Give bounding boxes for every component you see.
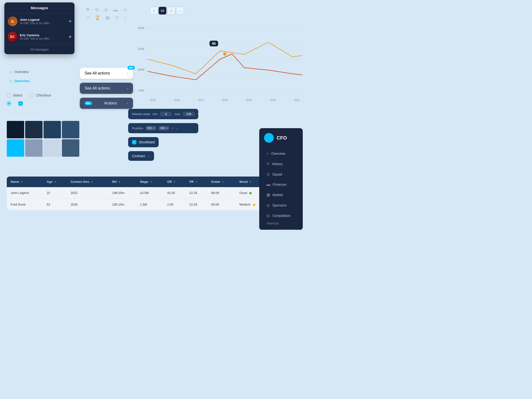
position-tag-2[interactable]: CM ✕ — [159, 126, 169, 130]
trophy-icon[interactable]: 🏆 — [95, 15, 100, 20]
form-controls-row: Select Checkbox ✓ — [7, 93, 67, 106]
card-icon[interactable]: ▬ — [113, 7, 118, 13]
gear-icon-2[interactable]: ⚙ — [104, 7, 108, 13]
radio-checkbox-checked-row: ✓ — [7, 101, 67, 106]
checkbox-checked-label[interactable]: ✓ — [18, 101, 23, 106]
position-tag-1-value: CM — [147, 126, 152, 130]
home-icon-top[interactable]: ⌂ — [124, 15, 126, 20]
cfo-nav-squad[interactable]: ◎ Squad — [264, 170, 298, 178]
history-icon-2[interactable]: ↺ — [115, 15, 118, 20]
cell-age-john: 22 — [43, 187, 67, 199]
checkbox-checked[interactable]: ✓ — [18, 101, 23, 106]
col-contact[interactable]: Contact thru ⇕ — [67, 177, 108, 187]
position-tag-2-value: CM — [160, 126, 165, 130]
cfo-history-icon: ↻ — [266, 162, 270, 166]
x-label-2018: 2018 — [222, 99, 228, 102]
col-name[interactable]: Name ⇕ — [7, 177, 43, 187]
message-item-eric[interactable]: EC Eric Cantona Hi GM! This is my offer.… — [4, 29, 74, 44]
col-or[interactable]: OR ⇕ — [163, 177, 185, 187]
position-tag-1-remove[interactable]: ✕ — [153, 127, 155, 130]
cell-or-fred: 2.00 — [163, 199, 185, 210]
all-messages-link[interactable]: All messages — [4, 44, 74, 54]
swatch-3[interactable] — [44, 121, 61, 138]
col-grade[interactable]: Grade ⇕ — [207, 177, 236, 187]
swatch-5[interactable] — [7, 139, 24, 157]
page-next-btn[interactable]: ⟩ — [167, 7, 175, 15]
avatar-john: JL — [8, 16, 17, 26]
icon-row-1: ⚑ ⚙ ⚙ ▬ ↺ — [86, 7, 127, 13]
flag-icon[interactable]: ⚑ — [86, 7, 90, 13]
col-mv[interactable]: MV ⇕ — [108, 177, 136, 187]
message-dot-john — [69, 20, 71, 22]
checkbox-label[interactable]: Checkbox — [30, 93, 51, 97]
page-99-btn[interactable]: 99 — [159, 7, 166, 15]
cfo-home-icon: ⌂ — [266, 151, 269, 156]
message-content-eric: Eric Cantona Hi GM! This is my offer... — [20, 33, 67, 40]
position-tag-1[interactable]: CM ✕ — [146, 126, 156, 130]
position-add[interactable]: + — [172, 126, 174, 130]
shortlisted-label: Shortlisted — [139, 140, 155, 144]
checkbox-unchecked[interactable] — [30, 93, 34, 97]
radio-unchecked[interactable] — [7, 93, 11, 97]
swatch-4[interactable] — [62, 121, 79, 138]
cell-name-fred: Fred Durst — [7, 199, 43, 210]
icon-row-2: ↗ 🏆 ▦ ↺ ⌂ — [86, 15, 127, 20]
cfo-nav-sponsors[interactable]: ◎ Sponsors — [264, 201, 298, 209]
page-more-btn[interactable]: ... — [176, 7, 184, 15]
y-label-180: 180M — [138, 68, 144, 71]
cfo-nav-competition[interactable]: ◎ Competition — [264, 211, 298, 220]
cfo-nav-sponsors-label: Sponsors — [272, 203, 287, 207]
shortlisted-btn[interactable]: ✓ Shortlisted — [128, 137, 159, 147]
cfo-nav-finances[interactable]: ▬ Finances — [264, 180, 298, 189]
cfo-nav-market[interactable]: ▦ Market — [264, 191, 298, 199]
cell-wage-john: 10.5M — [136, 187, 163, 199]
history-icon-1[interactable]: ↺ — [123, 7, 127, 13]
cell-wage-fred: 1.5M — [136, 199, 163, 210]
table-header-row: Name ⇕ Age ⇕ Contact thru ⇕ MV ⇕ Wage ⇕ … — [7, 177, 300, 187]
radio-checked-label[interactable] — [7, 101, 11, 106]
position-tag-2-remove[interactable]: ✕ — [166, 127, 168, 130]
cfo-nav-history[interactable]: ↻ History — [264, 160, 298, 168]
radio-checked[interactable] — [7, 101, 11, 106]
col-age[interactable]: Age ⇕ — [43, 177, 67, 187]
filters-area: Market value min max ✕ Position CM ✕ CM … — [128, 109, 198, 161]
table-icon[interactable]: ▦ — [105, 15, 110, 20]
cfo-shortcuts-label: Shortcuts — [264, 222, 298, 225]
message-item-john[interactable]: JL John Legend Hi GM! This is my offer..… — [4, 14, 74, 29]
market-value-clear[interactable]: ✕ — [197, 112, 200, 116]
x-label-2016: 2016 — [174, 99, 180, 102]
home-icon-active: ⌂ — [10, 79, 12, 83]
max-label: max — [174, 112, 180, 116]
cfo-market-icon: ▦ — [266, 192, 270, 197]
min-label: min — [152, 112, 157, 116]
swatch-6[interactable] — [25, 139, 43, 157]
swatch-1[interactable] — [7, 121, 24, 138]
min-input[interactable] — [160, 112, 172, 116]
contract-btn[interactable]: Contract ⌄ — [128, 151, 154, 161]
chart-x-labels: 2015 2016 2017 2018 2019 2020 2021 — [148, 99, 302, 102]
page-first-btn[interactable]: ⟨ — [150, 7, 158, 15]
see-all-btn-dark[interactable]: See All actions › — [80, 83, 133, 94]
market-value-filter: Market value min max ✕ — [128, 109, 198, 119]
mood-dot-yellow — [253, 204, 255, 206]
see-all-btn-white[interactable]: See All actions › 99+ — [80, 68, 133, 79]
radio-checkbox-unchecked-row: Select Checkbox — [7, 93, 67, 97]
sidebar-item-overview-active[interactable]: ⌂ Overview — [7, 77, 55, 85]
col-pr[interactable]: PR ⇕ — [185, 177, 207, 187]
message-content-john: John Legend Hi GM! This is my offer... — [20, 18, 67, 25]
actions-btn[interactable]: 99+ Actions › — [80, 98, 133, 109]
cfo-squad-icon: ◎ — [266, 172, 270, 177]
swatch-8[interactable] — [62, 139, 79, 157]
cell-mv-john: 199.25m — [108, 187, 136, 199]
gear-icon-1[interactable]: ⚙ — [95, 7, 99, 13]
cfo-nav-overview[interactable]: ⌂ Overview — [264, 149, 298, 158]
swatch-7[interactable] — [44, 139, 61, 157]
max-input[interactable] — [183, 112, 195, 116]
radio-select-label[interactable]: Select — [7, 93, 22, 97]
sidebar-item-overview-inactive[interactable]: ⌂ Overview — [7, 68, 55, 76]
position-expand[interactable]: ⌄ — [176, 126, 179, 130]
y-label-260: 260M — [138, 27, 144, 30]
col-wage[interactable]: Wage ⇕ — [136, 177, 163, 187]
swatch-2[interactable] — [25, 121, 43, 138]
chart-icon[interactable]: ↗ — [86, 15, 89, 20]
